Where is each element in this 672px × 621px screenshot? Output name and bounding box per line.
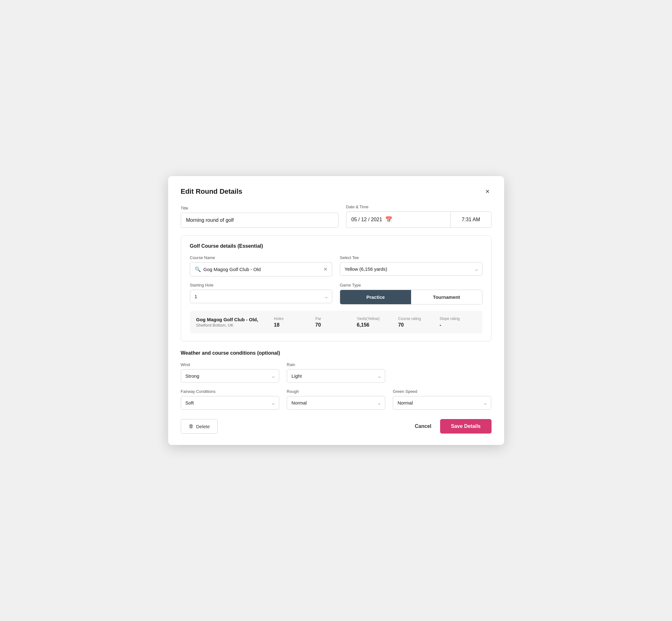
date-value: 05 / 12 / 2021 <box>351 217 382 222</box>
footer-right: Cancel Save Details <box>415 419 492 433</box>
datetime-label: Date & Time <box>346 204 492 209</box>
search-icon: 🔍 <box>195 266 201 272</box>
course-name-group: Course Name 🔍 Gog Magog Golf Club - Old … <box>190 255 333 277</box>
fairway-rough-green-row: Fairway Conditions Soft ⌵ Rough Normal ⌵… <box>181 389 492 410</box>
course-rating-stat: Course rating 70 <box>393 317 434 328</box>
tournament-button[interactable]: Tournament <box>411 290 482 304</box>
rain-dropdown[interactable]: Light ⌵ <box>287 369 385 383</box>
practice-button[interactable]: Practice <box>340 290 411 304</box>
save-button[interactable]: Save Details <box>440 419 491 433</box>
trash-icon: 🗑 <box>189 423 194 429</box>
course-info-location: Shelford Bottom, UK <box>196 323 269 328</box>
course-name-text: Gog Magog Golf Club - Old <box>204 266 321 272</box>
starting-hole-label: Starting Hole <box>190 283 333 287</box>
wind-label: Wind <box>181 362 279 367</box>
select-tee-col: Select Tee Yellow (6,156 yards) ⌵ <box>340 255 482 277</box>
title-input[interactable] <box>181 213 339 228</box>
rough-dropdown[interactable]: Normal ⌵ <box>287 396 385 410</box>
course-name-input[interactable]: 🔍 Gog Magog Golf Club - Old ✕ <box>190 262 333 277</box>
fairway-label: Fairway Conditions <box>181 389 279 394</box>
holes-label: Holes <box>274 317 284 321</box>
rough-label: Rough <box>287 389 385 394</box>
slope-rating-value: - <box>439 322 441 328</box>
chevron-down-icon-7: ⌵ <box>484 401 487 406</box>
game-type-col: Game Type Practice Tournament <box>340 283 482 304</box>
course-name-label: Course Name <box>190 255 333 260</box>
delete-button[interactable]: 🗑 Delete <box>181 419 218 433</box>
select-tee-group: Select Tee Yellow (6,156 yards) ⌵ <box>340 255 482 276</box>
starting-hole-col: Starting Hole 1 ⌵ <box>190 283 333 304</box>
holes-value: 18 <box>274 322 280 328</box>
hole-gametype-row: Starting Hole 1 ⌵ Game Type Practice Tou… <box>190 283 482 304</box>
title-field-group: Title <box>181 206 339 228</box>
weather-section: Weather and course conditions (optional)… <box>181 350 492 410</box>
rain-col: Rain Light ⌵ <box>287 362 385 383</box>
green-speed-label: Green Speed <box>393 389 491 394</box>
datetime-field-group: Date & Time 05 / 12 / 2021 📅 7:31 AM <box>346 204 492 228</box>
edit-round-modal: Edit Round Details × Title Date & Time 0… <box>168 176 504 445</box>
close-button[interactable]: × <box>484 188 492 196</box>
course-name-col: Course Name 🔍 Gog Magog Golf Club - Old … <box>190 255 333 277</box>
golf-course-title: Golf Course details (Essential) <box>190 243 482 249</box>
course-rating-label: Course rating <box>398 317 421 321</box>
par-value: 70 <box>315 322 321 328</box>
chevron-down-icon-4: ⌵ <box>378 374 380 379</box>
course-info-name-main: Gog Magog Golf Club - Old, <box>196 317 269 322</box>
chevron-down-icon-3: ⌵ <box>272 374 275 379</box>
wind-rain-row: Wind Strong ⌵ Rain Light ⌵ <box>181 362 492 383</box>
chevron-down-icon-5: ⌵ <box>272 401 275 406</box>
delete-label: Delete <box>196 424 210 429</box>
rain-label: Rain <box>287 362 385 367</box>
rough-col: Rough Normal ⌵ <box>287 389 385 410</box>
chevron-down-icon: ⌵ <box>475 266 478 272</box>
datetime-group: 05 / 12 / 2021 📅 7:31 AM <box>346 211 492 228</box>
course-info-bar: Gog Magog Golf Club - Old, Shelford Bott… <box>190 311 482 334</box>
holes-stat: Holes 18 <box>269 317 310 328</box>
rough-value: Normal <box>292 400 307 406</box>
slope-rating-stat: Slope rating - <box>434 317 476 328</box>
starting-hole-value: 1 <box>195 294 197 299</box>
course-rating-value: 70 <box>398 322 404 328</box>
fairway-value: Soft <box>185 400 194 406</box>
fairway-dropdown[interactable]: Soft ⌵ <box>181 396 279 410</box>
yards-stat: Yards(Yellow) 6,156 <box>352 317 393 328</box>
fairway-col: Fairway Conditions Soft ⌵ <box>181 389 279 410</box>
time-field[interactable]: 7:31 AM <box>451 211 492 228</box>
course-tee-row: Course Name 🔍 Gog Magog Golf Club - Old … <box>190 255 482 277</box>
wind-value: Strong <box>185 373 199 379</box>
top-fields: Title Date & Time 05 / 12 / 2021 📅 7:31 … <box>181 204 492 228</box>
game-type-label: Game Type <box>340 283 482 287</box>
green-speed-value: Normal <box>397 400 413 406</box>
modal-title: Edit Round Details <box>181 188 243 196</box>
select-tee-dropdown[interactable]: Yellow (6,156 yards) ⌵ <box>340 262 482 276</box>
par-stat: Par 70 <box>310 317 351 328</box>
yards-label: Yards(Yellow) <box>357 317 380 321</box>
chevron-down-icon-2: ⌵ <box>325 294 328 299</box>
footer-row: 🗑 Delete Cancel Save Details <box>181 416 492 433</box>
modal-header: Edit Round Details × <box>181 188 492 196</box>
rain-value: Light <box>292 373 302 379</box>
golf-course-section: Golf Course details (Essential) Course N… <box>181 236 492 341</box>
wind-dropdown[interactable]: Strong ⌵ <box>181 369 279 383</box>
par-label: Par <box>315 317 321 321</box>
course-info-name: Gog Magog Golf Club - Old, Shelford Bott… <box>196 317 269 328</box>
date-field[interactable]: 05 / 12 / 2021 📅 <box>346 211 451 228</box>
clear-icon[interactable]: ✕ <box>323 266 328 272</box>
chevron-down-icon-6: ⌵ <box>378 401 380 406</box>
game-type-group: Game Type Practice Tournament <box>340 283 482 304</box>
yards-value: 6,156 <box>357 322 370 328</box>
slope-rating-label: Slope rating <box>439 317 460 321</box>
cancel-button[interactable]: Cancel <box>415 423 431 429</box>
starting-hole-group: Starting Hole 1 ⌵ <box>190 283 333 303</box>
game-type-toggle: Practice Tournament <box>340 290 482 304</box>
title-label: Title <box>181 206 339 210</box>
green-speed-dropdown[interactable]: Normal ⌵ <box>393 396 491 410</box>
weather-section-title: Weather and course conditions (optional) <box>181 350 492 356</box>
green-speed-col: Green Speed Normal ⌵ <box>393 389 491 410</box>
wind-col: Wind Strong ⌵ <box>181 362 279 383</box>
starting-hole-dropdown[interactable]: 1 ⌵ <box>190 290 333 303</box>
select-tee-value: Yellow (6,156 yards) <box>344 266 387 272</box>
select-tee-label: Select Tee <box>340 255 482 260</box>
time-value: 7:31 AM <box>462 217 480 222</box>
calendar-icon: 📅 <box>385 216 392 223</box>
